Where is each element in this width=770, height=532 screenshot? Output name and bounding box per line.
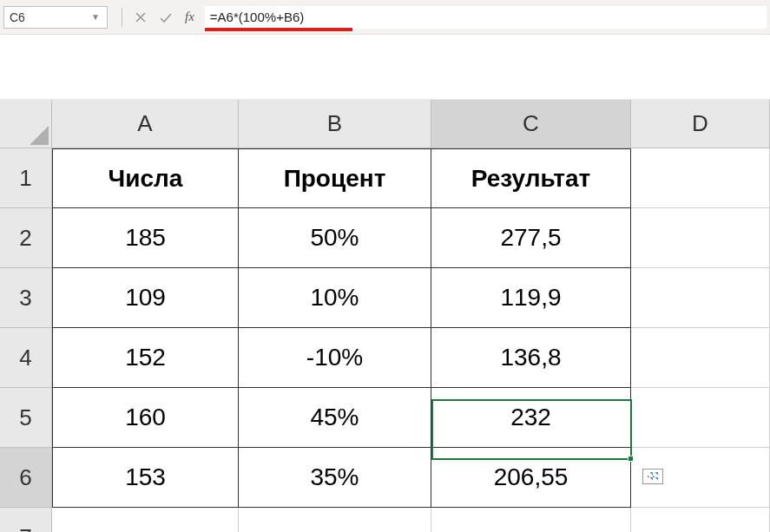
row-header-7[interactable]: 7: [0, 508, 52, 532]
cell-b1[interactable]: Процент: [239, 148, 431, 208]
row-header-1[interactable]: 1: [0, 148, 52, 208]
cell-c1[interactable]: Результат: [431, 148, 631, 208]
cell-a4[interactable]: 152: [52, 328, 239, 388]
paste-options-icon: [648, 472, 658, 481]
cells-area: A B C D Числа Процент Результат 185 50% …: [52, 100, 770, 532]
col-header-b[interactable]: B: [239, 100, 431, 148]
cell-a7[interactable]: [52, 508, 239, 532]
cell-a2[interactable]: 185: [52, 208, 239, 268]
formula-input[interactable]: =A6*(100%+B6): [205, 6, 767, 29]
cell-c2[interactable]: 277,5: [431, 208, 631, 268]
cell-d2[interactable]: [631, 208, 770, 268]
cancel-icon[interactable]: [135, 11, 147, 23]
col-header-d[interactable]: D: [631, 100, 770, 148]
row-header-3[interactable]: 3: [0, 268, 52, 328]
divider: [122, 8, 122, 27]
cell-c3[interactable]: 119,9: [431, 268, 631, 328]
ribbon-spacer: [0, 35, 770, 100]
fx-icon[interactable]: fx: [185, 10, 194, 24]
formula-bar-icons: fx: [129, 10, 200, 24]
cell-c4[interactable]: 136,8: [431, 328, 631, 388]
paste-options-button[interactable]: [642, 469, 663, 484]
cell-b7[interactable]: [239, 508, 431, 532]
cell-c6[interactable]: 206,55: [431, 448, 631, 508]
col-header-c[interactable]: C: [431, 100, 631, 148]
name-box[interactable]: C6 ▼: [3, 6, 108, 29]
cell-a3[interactable]: 109: [52, 268, 239, 328]
formula-underline-highlight: [205, 28, 352, 31]
cell-b3[interactable]: 10%: [239, 268, 431, 328]
name-box-dropdown-icon[interactable]: ▼: [89, 12, 102, 22]
row-header-6[interactable]: 6: [0, 448, 52, 508]
cell-b5[interactable]: 45%: [239, 388, 431, 448]
row-header-4[interactable]: 4: [0, 328, 52, 388]
cell-a5[interactable]: 160: [52, 388, 239, 448]
cell-c5[interactable]: 232: [431, 388, 631, 448]
select-all-triangle-icon: [30, 126, 49, 145]
enter-icon[interactable]: [159, 11, 173, 23]
cell-c7[interactable]: [431, 508, 631, 532]
select-all-corner[interactable]: [0, 100, 52, 148]
cell-reference-text: C6: [10, 10, 25, 24]
cell-a1[interactable]: Числа: [52, 148, 239, 208]
formula-text: =A6*(100%+B6): [210, 10, 304, 24]
row-header-5[interactable]: 5: [0, 388, 52, 448]
cell-b6[interactable]: 35%: [239, 448, 431, 508]
cell-d3[interactable]: [631, 268, 770, 328]
cell-d1[interactable]: [631, 148, 770, 208]
row-header-2[interactable]: 2: [0, 208, 52, 268]
spreadsheet: 1 2 3 4 5 6 7 A B C D Числа Процент Резу…: [0, 100, 770, 532]
cell-d4[interactable]: [631, 328, 770, 388]
formula-bar-row: C6 ▼ fx =A6*(100%+B6): [0, 0, 770, 35]
cell-a6[interactable]: 153: [52, 448, 239, 508]
cell-d5[interactable]: [631, 388, 770, 448]
col-header-a[interactable]: A: [52, 100, 239, 148]
cell-b4[interactable]: -10%: [239, 328, 431, 388]
cell-d7[interactable]: [631, 508, 770, 532]
cell-b2[interactable]: 50%: [239, 208, 431, 268]
